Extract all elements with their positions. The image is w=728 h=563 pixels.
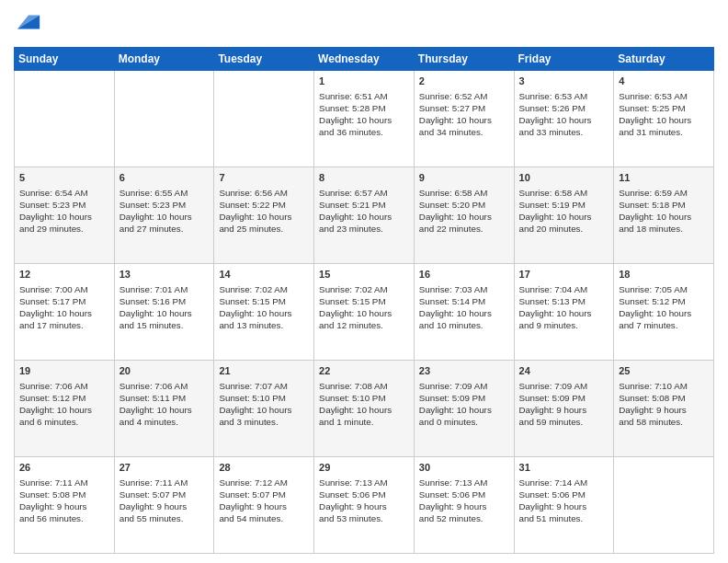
day-number: 29 [319,461,409,475]
weekday-header: Sunday [15,47,115,70]
day-number: 25 [619,364,709,378]
calendar-header-row: SundayMondayTuesdayWednesdayThursdayFrid… [15,47,714,70]
weekday-header: Saturday [614,47,714,70]
calendar-cell: 1Sunrise: 6:51 AM Sunset: 5:28 PM Daylig… [314,70,415,167]
calendar-week-row: 26Sunrise: 7:11 AM Sunset: 5:08 PM Dayli… [15,456,714,553]
day-info: Sunrise: 6:51 AM Sunset: 5:28 PM Dayligh… [319,90,409,139]
calendar-cell: 24Sunrise: 7:09 AM Sunset: 5:09 PM Dayli… [514,360,614,456]
calendar-cell: 27Sunrise: 7:11 AM Sunset: 5:07 PM Dayli… [114,456,214,553]
calendar-week-row: 12Sunrise: 7:00 AM Sunset: 5:17 PM Dayli… [15,263,714,360]
calendar-cell: 9Sunrise: 6:58 AM Sunset: 5:20 PM Daylig… [414,167,514,263]
day-info: Sunrise: 7:13 AM Sunset: 5:06 PM Dayligh… [319,477,409,525]
day-number: 23 [419,364,509,378]
calendar-cell: 20Sunrise: 7:06 AM Sunset: 5:11 PM Dayli… [114,360,214,456]
calendar-cell: 13Sunrise: 7:01 AM Sunset: 5:16 PM Dayli… [114,263,214,360]
calendar-cell: 30Sunrise: 7:13 AM Sunset: 5:06 PM Dayli… [414,456,514,553]
day-info: Sunrise: 6:55 AM Sunset: 5:23 PM Dayligh… [119,187,210,236]
calendar: SundayMondayTuesdayWednesdayThursdayFrid… [14,47,714,554]
calendar-cell: 12Sunrise: 7:00 AM Sunset: 5:17 PM Dayli… [15,263,115,360]
calendar-cell: 2Sunrise: 6:52 AM Sunset: 5:27 PM Daylig… [414,70,514,167]
day-number: 4 [619,75,709,88]
calendar-cell: 18Sunrise: 7:05 AM Sunset: 5:12 PM Dayli… [614,263,714,360]
calendar-cell: 19Sunrise: 7:06 AM Sunset: 5:12 PM Dayli… [15,360,115,456]
day-info: Sunrise: 6:54 AM Sunset: 5:23 PM Dayligh… [19,187,109,236]
calendar-cell [214,70,314,167]
day-number: 11 [619,171,709,185]
day-number: 9 [419,171,509,185]
day-info: Sunrise: 7:03 AM Sunset: 5:14 PM Dayligh… [419,283,509,332]
day-number: 18 [619,268,709,282]
day-info: Sunrise: 7:06 AM Sunset: 5:12 PM Dayligh… [19,380,109,429]
day-number: 1 [319,75,409,88]
calendar-cell: 14Sunrise: 7:02 AM Sunset: 5:15 PM Dayli… [214,263,314,360]
day-number: 30 [419,461,509,475]
calendar-cell: 23Sunrise: 7:09 AM Sunset: 5:09 PM Dayli… [414,360,514,456]
day-info: Sunrise: 6:58 AM Sunset: 5:19 PM Dayligh… [519,187,609,236]
day-number: 27 [119,461,210,475]
day-info: Sunrise: 7:06 AM Sunset: 5:11 PM Dayligh… [119,380,210,429]
day-number: 28 [219,461,309,475]
day-number: 10 [519,171,609,185]
day-info: Sunrise: 7:02 AM Sunset: 5:15 PM Dayligh… [219,283,309,332]
day-info: Sunrise: 6:53 AM Sunset: 5:26 PM Dayligh… [519,90,609,139]
day-info: Sunrise: 7:13 AM Sunset: 5:06 PM Dayligh… [419,477,509,525]
day-info: Sunrise: 6:58 AM Sunset: 5:20 PM Dayligh… [419,187,509,236]
page: SundayMondayTuesdayWednesdayThursdayFrid… [0,0,728,563]
day-info: Sunrise: 7:05 AM Sunset: 5:12 PM Dayligh… [619,283,709,332]
calendar-cell [114,70,214,167]
day-info: Sunrise: 7:08 AM Sunset: 5:10 PM Dayligh… [319,380,409,429]
calendar-cell: 29Sunrise: 7:13 AM Sunset: 5:06 PM Dayli… [314,456,415,553]
day-info: Sunrise: 7:01 AM Sunset: 5:16 PM Dayligh… [119,283,210,332]
weekday-header: Monday [114,47,214,70]
calendar-week-row: 19Sunrise: 7:06 AM Sunset: 5:12 PM Dayli… [15,360,714,456]
day-info: Sunrise: 7:12 AM Sunset: 5:07 PM Dayligh… [219,477,309,525]
weekday-header: Friday [514,47,614,70]
day-number: 22 [319,364,409,378]
day-info: Sunrise: 6:56 AM Sunset: 5:22 PM Dayligh… [219,187,309,236]
day-number: 5 [19,171,109,185]
calendar-cell: 21Sunrise: 7:07 AM Sunset: 5:10 PM Dayli… [214,360,314,456]
calendar-cell [15,70,115,167]
weekday-header: Wednesday [314,47,415,70]
day-number: 3 [519,75,609,88]
calendar-cell: 16Sunrise: 7:03 AM Sunset: 5:14 PM Dayli… [414,263,514,360]
day-number: 19 [19,364,109,378]
day-info: Sunrise: 7:00 AM Sunset: 5:17 PM Dayligh… [19,283,109,332]
calendar-cell: 5Sunrise: 6:54 AM Sunset: 5:23 PM Daylig… [15,167,115,263]
calendar-week-row: 1Sunrise: 6:51 AM Sunset: 5:28 PM Daylig… [15,70,714,167]
calendar-cell: 17Sunrise: 7:04 AM Sunset: 5:13 PM Dayli… [514,263,614,360]
day-info: Sunrise: 7:09 AM Sunset: 5:09 PM Dayligh… [519,380,609,429]
day-number: 20 [119,364,210,378]
calendar-cell: 28Sunrise: 7:12 AM Sunset: 5:07 PM Dayli… [214,456,314,553]
calendar-cell: 22Sunrise: 7:08 AM Sunset: 5:10 PM Dayli… [314,360,415,456]
day-info: Sunrise: 7:14 AM Sunset: 5:06 PM Dayligh… [519,477,609,525]
day-info: Sunrise: 7:07 AM Sunset: 5:10 PM Dayligh… [219,380,309,429]
day-number: 16 [419,268,509,282]
logo [14,9,41,40]
calendar-cell: 11Sunrise: 6:59 AM Sunset: 5:18 PM Dayli… [614,167,714,263]
day-info: Sunrise: 6:57 AM Sunset: 5:21 PM Dayligh… [319,187,409,236]
day-info: Sunrise: 7:02 AM Sunset: 5:15 PM Dayligh… [319,283,409,332]
day-number: 31 [519,461,609,475]
day-number: 17 [519,268,609,282]
day-info: Sunrise: 7:11 AM Sunset: 5:08 PM Dayligh… [19,477,109,525]
day-number: 26 [19,461,109,475]
day-info: Sunrise: 6:53 AM Sunset: 5:25 PM Dayligh… [619,90,709,139]
weekday-header: Tuesday [214,47,314,70]
day-info: Sunrise: 6:59 AM Sunset: 5:18 PM Dayligh… [619,187,709,236]
day-number: 21 [219,364,309,378]
day-number: 8 [319,171,409,185]
calendar-cell [614,456,714,553]
calendar-cell: 3Sunrise: 6:53 AM Sunset: 5:26 PM Daylig… [514,70,614,167]
calendar-cell: 31Sunrise: 7:14 AM Sunset: 5:06 PM Dayli… [514,456,614,553]
day-info: Sunrise: 7:04 AM Sunset: 5:13 PM Dayligh… [519,283,609,332]
day-info: Sunrise: 6:52 AM Sunset: 5:27 PM Dayligh… [419,90,509,139]
day-info: Sunrise: 7:09 AM Sunset: 5:09 PM Dayligh… [419,380,509,429]
day-number: 2 [419,75,509,88]
calendar-week-row: 5Sunrise: 6:54 AM Sunset: 5:23 PM Daylig… [15,167,714,263]
calendar-cell: 4Sunrise: 6:53 AM Sunset: 5:25 PM Daylig… [614,70,714,167]
day-number: 7 [219,171,309,185]
calendar-cell: 15Sunrise: 7:02 AM Sunset: 5:15 PM Dayli… [314,263,415,360]
calendar-cell: 7Sunrise: 6:56 AM Sunset: 5:22 PM Daylig… [214,167,314,263]
calendar-cell: 26Sunrise: 7:11 AM Sunset: 5:08 PM Dayli… [15,456,115,553]
